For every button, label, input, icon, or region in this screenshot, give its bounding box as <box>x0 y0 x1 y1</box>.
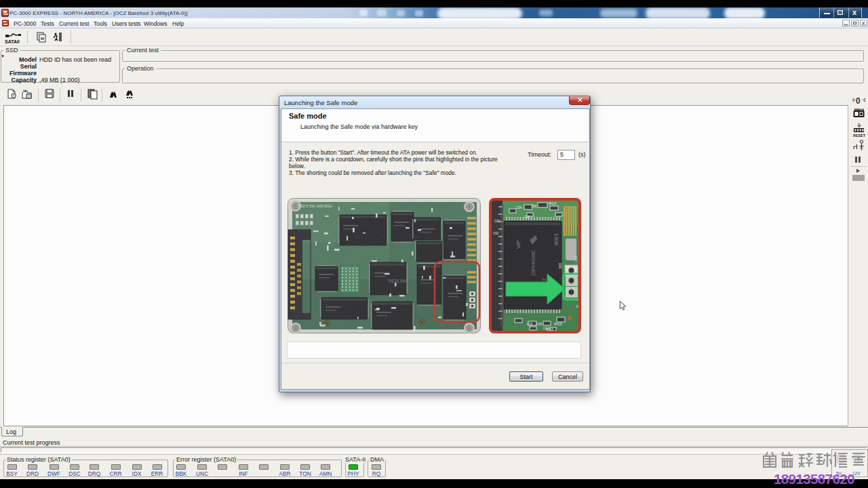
svg-text:0: 0 <box>856 96 861 105</box>
svg-text:PAR: PAR <box>855 108 859 111</box>
svg-text:RESET: RESET <box>853 134 865 138</box>
svg-text:SATA0: SATA0 <box>5 39 20 44</box>
